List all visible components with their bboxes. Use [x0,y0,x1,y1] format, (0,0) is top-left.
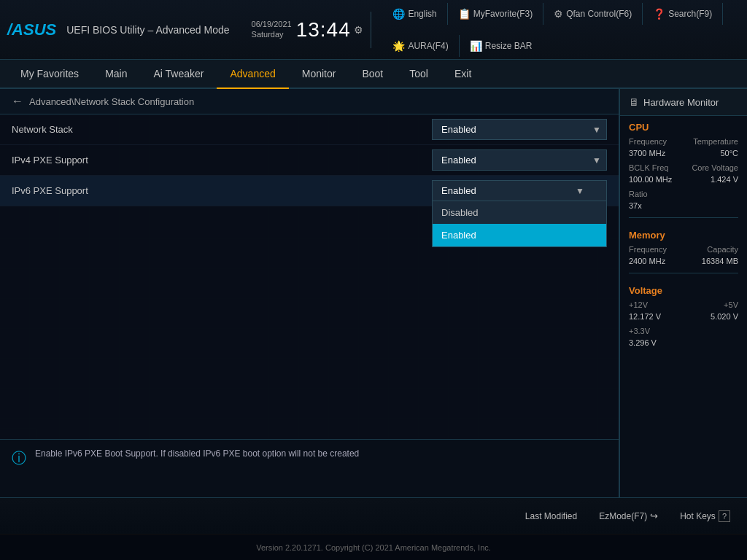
back-button[interactable]: ← [12,95,23,108]
nav-boot[interactable]: Boot [349,60,396,89]
search-tool[interactable]: ❓ Search(F9) [653,8,712,20]
cpu-corevolt-label: Core Voltage [692,163,738,172]
settings-area: Network Stack Disabled Enabled ▼ IPv4 PX… [0,114,619,439]
monitor-icon: 🖥 [629,96,639,108]
volt-33-value: 3.296 V [629,338,657,347]
resizebar-label: Resize BAR [485,41,533,51]
asus-logo: /ASUS UEFI BIOS Utility – Advanced Mode [7,20,230,39]
nav-exit[interactable]: Exit [441,60,484,89]
ipv6-option-enabled[interactable]: Enabled [433,224,606,246]
language-tool[interactable]: 🌐 English [392,8,436,20]
cpu-ratio-value: 37x [629,201,642,210]
search-label: Search(F9) [668,9,712,19]
breadcrumb: ← Advanced\Network Stack Configuration [0,89,619,114]
resizebar-icon: 📊 [470,40,482,52]
language-icon: 🌐 [392,8,405,20]
ipv6-option-disabled[interactable]: Disabled [433,201,606,224]
myfavorite-label: MyFavorite(F3) [473,9,533,19]
bios-title: UEFI BIOS Utility – Advanced Mode [66,24,229,36]
network-stack-label: Network Stack [12,124,73,135]
ez-mode-icon: ↪ [650,510,658,521]
version-text: Version 2.20.1271. Copyright (C) 2021 Am… [256,543,491,552]
aura-tool[interactable]: 🌟 AURA(F4) [392,40,448,52]
divider [371,12,371,48]
cpu-temp-value: 50°C [720,149,738,158]
cpu-bclk-value: 100.00 MHz [629,175,672,184]
volt-33-label-row: +3.3V [620,325,747,337]
nav-advanced[interactable]: Advanced [217,60,288,89]
mem-freq-value: 2400 MHz [629,257,665,265]
nav-monitor[interactable]: Monitor [289,60,349,89]
hw-monitor-title: Hardware Monitor [643,97,719,108]
ipv6-control[interactable]: Enabled ▼ Disabled Enabled [432,180,607,201]
volt-5-value: 5.020 V [711,312,738,321]
ipv6-dropdown-display[interactable]: Enabled ▼ [432,180,607,201]
nav-ai-tweaker[interactable]: Ai Tweaker [140,60,217,89]
network-stack-row: Network Stack Disabled Enabled ▼ [0,114,619,145]
cpu-corevolt-value: 1.424 V [711,175,738,184]
ipv6-dropdown-arrow: ▼ [576,186,584,196]
date-text: 06/19/2021 [252,20,292,29]
volt-33-value-row: 3.296 V [620,337,747,349]
cpu-freq-label: Frequency [629,137,667,146]
cpu-temp-label: Temperature [693,137,738,146]
ipv6-label: IPv6 PXE Support [12,185,88,196]
hw-monitor-header: 🖥 Hardware Monitor [620,89,747,116]
volt-33-label: +3.3V [629,327,650,335]
nav-tool[interactable]: Tool [396,60,441,89]
divider4 [642,3,643,25]
nav-my-favorites[interactable]: My Favorites [7,60,92,89]
qfan-icon: ⚙ [554,8,563,20]
settings-icon[interactable]: ⚙ [354,24,363,36]
bottom-bar: Last Modified EzMode(F7) ↪ Hot Keys ? [0,497,747,534]
network-stack-select[interactable]: Disabled Enabled [432,119,607,140]
navbar: My Favorites Main Ai Tweaker Advanced Mo… [0,60,747,89]
qfan-tool[interactable]: ⚙ Qfan Control(F6) [554,8,632,20]
ez-mode-label: EzMode(F7) [599,511,647,521]
ipv6-current-value: Enabled [441,185,476,196]
divider3 [543,3,543,25]
search-icon: ❓ [653,8,665,20]
cpu-ratio-value-row: 37x [620,200,747,211]
mem-cap-label: Capacity [707,245,738,254]
qfan-label: Qfan Control(F6) [566,9,632,19]
aura-icon: 🌟 [392,40,405,52]
datetime-area: 06/19/2021 Saturday 13:44 ⚙ [252,18,363,42]
divider5 [722,3,723,25]
hardware-monitor-panel: 🖥 Hardware Monitor CPU Frequency Tempera… [619,89,747,497]
last-modified-label: Last Modified [525,511,577,521]
ipv6-dropdown-list: Disabled Enabled [432,201,607,247]
disabled-option-text: Disabled [441,207,479,218]
resizebar-tool[interactable]: 📊 Resize BAR [470,40,533,52]
mem-volt-divider [629,273,738,273]
time-display: 13:44 [296,18,351,42]
divider6 [459,35,460,57]
myfavorite-tool[interactable]: 📋 MyFavorite(F3) [458,8,533,20]
cpu-ratio-label: Ratio [629,190,648,198]
memory-section-title: Memory [620,224,747,244]
language-label: English [408,9,436,19]
cpu-bclk-values: 100.00 MHz 1.424 V [620,174,747,185]
main-content: ← Advanced\Network Stack Configuration N… [0,89,747,497]
info-bar: ⓘ Enable IPv6 PXE Boot Support. If disab… [0,439,619,497]
divider2 [447,3,448,25]
hot-keys-icon: ? [719,510,730,522]
cpu-memory-divider [629,217,738,218]
volt-5-label: +5V [724,300,738,309]
hot-keys-label: Hot Keys [680,511,716,521]
ipv4-select[interactable]: Disabled Enabled [432,149,607,171]
ez-mode-button[interactable]: EzMode(F7) ↪ [589,505,667,526]
version-bar: Version 2.20.1271. Copyright (C) 2021 Am… [0,534,747,560]
info-text: Enable IPv6 PXE Boot Support. If disable… [35,447,359,460]
aura-label: AURA(F4) [408,41,448,51]
ipv6-row: IPv6 PXE Support Enabled ▼ Disabled Enab… [0,176,619,206]
mem-freq-value-row: 2400 MHz 16384 MB [620,255,747,267]
last-modified-button[interactable]: Last Modified [516,506,587,526]
hot-keys-button[interactable]: Hot Keys ? [670,505,740,527]
network-stack-control[interactable]: Disabled Enabled ▼ [432,119,607,140]
ipv4-control[interactable]: Disabled Enabled ▼ [432,149,607,171]
volt-12-label: +12V [629,300,648,309]
day-text: Saturday [252,30,292,39]
nav-main[interactable]: Main [92,60,140,89]
breadcrumb-path: Advanced\Network Stack Configuration [29,96,194,107]
